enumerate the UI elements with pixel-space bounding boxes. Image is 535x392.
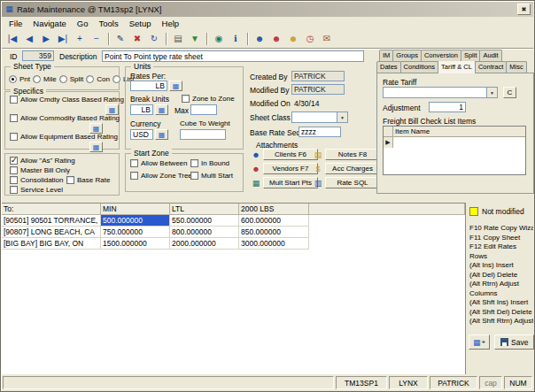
add-record-button[interactable]: + (72, 31, 88, 46)
radio-split[interactable]: Split (59, 75, 84, 83)
save-button[interactable]: Save (494, 334, 534, 350)
close-button[interactable]: ✖ (517, 4, 531, 15)
menu-help[interactable]: Help (157, 18, 185, 29)
rate-cell-to[interactable]: [90807] LONG BEACH, CA (2, 227, 101, 238)
row-marker-icon: ▶ (384, 137, 393, 148)
checkbox-label: Allow Cmdty Class Based Rating (20, 96, 124, 104)
rate-cell-min-selected[interactable]: 500.000000 (101, 215, 170, 227)
globe-button[interactable]: ◉ (211, 31, 227, 46)
titlebar: ▦ Rate Maintenance @ TM13sp2 [LYNX] ✖ (2, 2, 533, 17)
rate-cell-to[interactable]: [BIG BAY] BIG BAY, ON (2, 238, 101, 250)
remove-record-button[interactable]: − (89, 31, 105, 46)
rate-cell-ltl[interactable]: 550.000000 (170, 215, 239, 227)
menu-navigate[interactable]: Navigate (27, 18, 72, 29)
rates-per-input[interactable] (130, 81, 167, 91)
checkbox-base-rate[interactable]: Base Rate (66, 176, 110, 184)
rate-cell-ltl[interactable]: 2000.000000 (170, 238, 239, 250)
equipment-lookup-button[interactable]: ▦ (89, 142, 103, 152)
id-label: ID (10, 52, 18, 61)
checkbox-allow-between[interactable]: Allow Between (130, 159, 187, 167)
radio-pnt[interactable]: Pnt (9, 75, 30, 83)
radio-dot (9, 75, 17, 83)
clients-shortcut-button[interactable]: ☻ (252, 31, 268, 46)
tab-split[interactable]: Split (461, 50, 481, 61)
cancel-button[interactable]: ✖ (129, 31, 145, 46)
chevron-down-icon[interactable]: ▼ (486, 88, 497, 97)
checkbox-allow-commodity[interactable]: Allow Commodity Based Rating (10, 114, 120, 122)
export-menu-button[interactable]: ▼ (187, 31, 203, 46)
prev-record-button[interactable]: ◀ (21, 31, 37, 46)
break-units-input[interactable] (130, 104, 153, 115)
tab-groups[interactable]: Groups (392, 50, 422, 61)
checkbox-allow-equipment[interactable]: Allow Equipment Based Rating (10, 133, 118, 141)
last-record-button[interactable]: ▶| (55, 31, 71, 46)
acc-charges-button[interactable]: Acc Charges (325, 163, 380, 174)
radio-mile[interactable]: Mile (33, 75, 57, 83)
tab-misc[interactable]: Misc (506, 61, 526, 73)
rate-tariff-combobox[interactable]: ▼ (383, 87, 498, 98)
first-record-button[interactable]: |◀ (4, 31, 20, 46)
checkbox-allow-zone-tree[interactable]: Allow Zone Tree (130, 172, 192, 180)
rates-per-lookup-button[interactable]: ▦ (169, 81, 182, 91)
radio-con[interactable]: Con (86, 75, 110, 83)
vendors-f7-button[interactable]: Vendors F7 (263, 163, 318, 174)
clients-f6-button[interactable]: Clients F6 (263, 149, 318, 160)
mail-icon: ✉ (323, 34, 330, 43)
next-record-button[interactable]: ▶ (38, 31, 54, 46)
tab-conversion[interactable]: Conversion (421, 50, 461, 61)
description-input[interactable] (102, 50, 364, 62)
checkbox-service-level[interactable]: Service Level (10, 186, 63, 194)
sheet-class-combobox[interactable]: ▼ (291, 111, 348, 123)
attachment-row: ▥ Rate SQL (313, 177, 380, 188)
checkbox-zone-to-zone[interactable]: Zone to Zone (182, 95, 235, 103)
refresh-button[interactable]: ↻ (146, 31, 162, 46)
alarm-button[interactable]: ◷ (302, 31, 318, 46)
rate-cell-ltl[interactable]: 800.000000 (170, 227, 239, 238)
edit-record-button[interactable]: ✎ (112, 31, 128, 46)
menu-setup[interactable]: Setup (124, 18, 157, 29)
rate-cell-to[interactable]: [90501] 90501 TORRANCE, CA (2, 215, 101, 227)
mult-start-pts-button[interactable]: Mult Start Pts (263, 177, 318, 188)
tab-conditions[interactable]: Conditions (400, 61, 438, 73)
tab-contract[interactable]: Contract (475, 61, 507, 73)
attachment-row: $ Acc Charges (313, 163, 380, 174)
c-button[interactable]: C (503, 87, 516, 98)
units-legend: Units (131, 62, 153, 71)
rate-cell-min[interactable]: 1500.000000 (101, 238, 170, 250)
rate-cell-min[interactable]: 750.000000 (101, 227, 170, 238)
checkbox-master-bill-only[interactable]: Master Bill Only (10, 166, 70, 174)
adjustment-input[interactable] (429, 102, 466, 112)
grid-toggle-button[interactable]: ▦+ (469, 334, 490, 350)
tab-audit[interactable]: Audit (479, 50, 501, 61)
menu-go[interactable]: Go (72, 18, 94, 29)
currency-input[interactable] (130, 129, 153, 140)
checkbox-in-bound[interactable]: In Bound (190, 159, 229, 167)
tab-dates[interactable]: Dates (376, 61, 401, 73)
drivers-shortcut-button[interactable]: ☻ (285, 31, 301, 46)
mail-button[interactable]: ✉ (319, 31, 335, 46)
print-button[interactable]: ▤ (170, 31, 186, 46)
menu-file[interactable]: File (4, 18, 27, 29)
tab-tariff-cl[interactable]: Tariff & CL (438, 61, 476, 73)
break-units-lookup-button[interactable]: ▦ (155, 104, 168, 115)
checkbox-allow-as-rating[interactable]: Allow "As" Rating (10, 157, 75, 165)
base-rate-seq-input[interactable] (299, 127, 341, 137)
currency-lookup-button[interactable]: ▦ (155, 129, 168, 140)
refresh-icon: ↻ (151, 34, 158, 43)
menu-tools[interactable]: Tools (94, 18, 124, 29)
chevron-down-icon[interactable]: ▼ (337, 112, 347, 122)
checkbox-allow-cmdty-class[interactable]: Allow Cmdty Class Based Rating (10, 96, 124, 104)
rate-cell-2000lbs[interactable]: 850.000000 (239, 227, 309, 238)
rate-cell-2000lbs[interactable]: 600.000000 (239, 215, 309, 227)
rate-sql-button[interactable]: Rate SQL (325, 177, 380, 188)
max-input[interactable] (190, 104, 217, 115)
freight-grid-row[interactable]: ▶ (384, 137, 525, 148)
info-button[interactable]: ℹ (228, 31, 244, 46)
checkbox-multi-start[interactable]: Multi Start (190, 172, 233, 180)
vendors-shortcut-button[interactable]: ☻ (268, 31, 284, 46)
rate-cell-2000lbs[interactable]: 3000.000000 (239, 238, 309, 250)
checkbox-consolidation[interactable]: Consolidation (10, 176, 63, 184)
notes-f8-button[interactable]: Notes F8 (325, 149, 380, 160)
tab-im[interactable]: IM (379, 50, 393, 61)
cube-to-weight-input[interactable] (180, 129, 226, 140)
